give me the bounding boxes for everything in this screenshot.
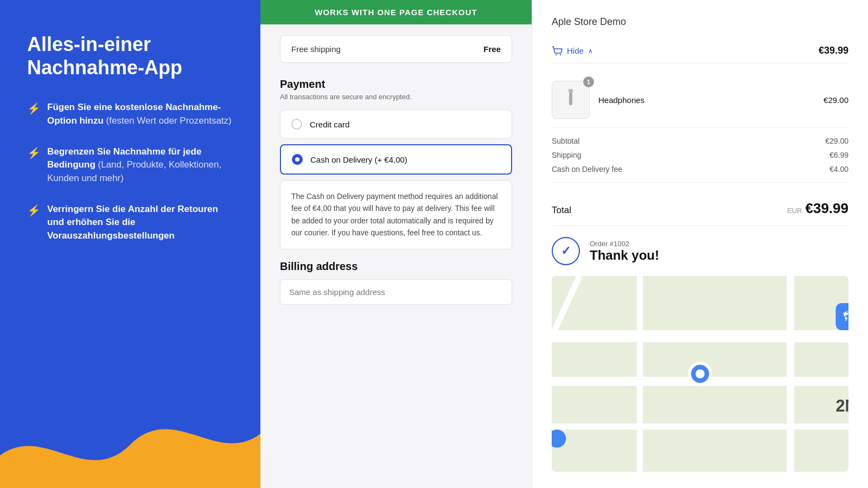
shipping-summary-label: Shipping bbox=[552, 151, 582, 159]
bolt-icon: ⚡ bbox=[27, 204, 41, 217]
shipping-summary-value: €6.99 bbox=[829, 151, 848, 159]
cart-summary-row: Hide ∧ €39.99 bbox=[552, 38, 848, 63]
map-svg: Rue La Boeuc TH ARR. la Concorde 📍 2ND A… bbox=[552, 276, 848, 472]
total-amount: EUR €39.99 bbox=[787, 200, 848, 217]
shipping-label: Free shipping bbox=[291, 44, 341, 54]
cart-total-price: €39.99 bbox=[819, 45, 848, 56]
summary-table: Subtotal €29.00 Shipping €6.99 Cash on D… bbox=[552, 128, 848, 183]
subtotal-line: Subtotal €29.00 bbox=[552, 137, 848, 145]
payment-title: Payment bbox=[280, 78, 512, 91]
headphones-svg bbox=[560, 88, 582, 112]
order-number: Order #1002 bbox=[590, 240, 659, 248]
svg-text:🗺 Musée Grévin: 🗺 Musée Grévin bbox=[843, 309, 848, 324]
feature-text: Begrenzen Sie Nachnahme für jede Bedingu… bbox=[47, 145, 233, 185]
total-currency: EUR bbox=[787, 207, 802, 215]
map-area: Rue La Boeuc TH ARR. la Concorde 📍 2ND A… bbox=[552, 276, 848, 472]
product-quantity-badge: 1 bbox=[583, 76, 594, 87]
shipping-line: Shipping €6.99 bbox=[552, 151, 848, 159]
shipping-box: Free shipping Free bbox=[280, 35, 512, 63]
total-label: Total bbox=[552, 205, 571, 216]
check-circle: ✓ bbox=[552, 237, 580, 265]
app-title: Alles-in-einer Nachnahme-App bbox=[27, 33, 233, 79]
subtotal-label: Subtotal bbox=[552, 137, 579, 145]
shipping-price: Free bbox=[483, 44, 501, 54]
svg-rect-3 bbox=[569, 89, 573, 93]
svg-text:2ND ARR.: 2ND ARR. bbox=[835, 396, 848, 415]
feature-item: ⚡ Verringern Sie die Anzahl der Retouren… bbox=[27, 203, 233, 243]
feature-text: Fügen Sie eine kostenlose Nachnahme-Opti… bbox=[47, 101, 233, 127]
middle-content: Free shipping Free Payment All transacti… bbox=[260, 24, 532, 488]
svg-point-0 bbox=[556, 54, 557, 55]
product-row: 1 Headphones €29.00 bbox=[552, 72, 848, 128]
total-price-big: €39.99 bbox=[805, 200, 848, 217]
payment-subtitle: All transactions are secure and encrypte… bbox=[280, 93, 512, 101]
payment-section: Payment All transactions are secure and … bbox=[280, 78, 512, 249]
cod-fee-line: Cash on Delivery fee €4.00 bbox=[552, 165, 848, 174]
feature-text: Verringern Sie die Anzahl der Retouren u… bbox=[47, 203, 233, 243]
total-row: Total EUR €39.99 bbox=[552, 191, 848, 226]
cod-label: Cash on Delivery (+ €4,00) bbox=[310, 155, 407, 164]
product-price: €29.00 bbox=[824, 95, 848, 105]
bolt-icon: ⚡ bbox=[27, 102, 41, 115]
cart-icon bbox=[552, 46, 563, 56]
bolt-icon: ⚡ bbox=[27, 146, 41, 159]
cod-description: The Cash on Delivery payment method requ… bbox=[280, 180, 512, 249]
check-icon: ✓ bbox=[561, 244, 571, 258]
billing-title: Billing address bbox=[280, 260, 512, 273]
feature-list: ⚡ Fügen Sie eine kostenlose Nachnahme-Op… bbox=[27, 101, 233, 242]
feature-item: ⚡ Fügen Sie eine kostenlose Nachnahme-Op… bbox=[27, 101, 233, 127]
product-image bbox=[552, 81, 590, 119]
orange-wave-decoration bbox=[0, 390, 260, 488]
credit-card-radio[interactable] bbox=[291, 119, 302, 130]
product-image-wrapper: 1 bbox=[552, 81, 590, 119]
svg-point-1 bbox=[560, 54, 561, 55]
hide-label: Hide bbox=[567, 46, 584, 55]
cod-option[interactable]: Cash on Delivery (+ €4,00) bbox=[280, 144, 512, 175]
billing-address-input[interactable] bbox=[280, 279, 512, 305]
store-title: Aple Store Demo bbox=[552, 16, 848, 28]
thank-you-box: ✓ Order #1002 Thank you! bbox=[552, 237, 848, 265]
credit-card-label: Credit card bbox=[310, 120, 349, 129]
thank-you-text: Order #1002 Thank you! bbox=[590, 240, 659, 263]
cod-fee-value: €4.00 bbox=[829, 165, 848, 174]
cod-fee-label: Cash on Delivery fee bbox=[552, 165, 622, 174]
credit-card-option[interactable]: Credit card bbox=[280, 110, 512, 139]
left-panel: Alles-in-einer Nachnahme-App ⚡ Fügen Sie… bbox=[0, 0, 260, 488]
chevron-up-icon: ∧ bbox=[588, 47, 593, 55]
thank-you-message: Thank you! bbox=[590, 248, 659, 263]
feature-item: ⚡ Begrenzen Sie Nachnahme für jede Bedin… bbox=[27, 145, 233, 185]
svg-rect-4 bbox=[569, 93, 572, 105]
cod-radio[interactable] bbox=[292, 154, 303, 165]
subtotal-value: €29.00 bbox=[825, 137, 848, 145]
cart-hide-button[interactable]: Hide ∧ bbox=[552, 46, 593, 56]
svg-text:📍: 📍 bbox=[552, 433, 557, 446]
svg-point-15 bbox=[695, 369, 705, 378]
right-panel: Aple Store Demo Hide ∧ €39.99 1 Headp bbox=[532, 0, 868, 488]
product-name: Headphones bbox=[598, 95, 815, 105]
middle-panel: WORKS WITH ONE PAGE CHECKOUT Free shippi… bbox=[260, 0, 532, 488]
checkout-badge: WORKS WITH ONE PAGE CHECKOUT bbox=[260, 0, 532, 24]
